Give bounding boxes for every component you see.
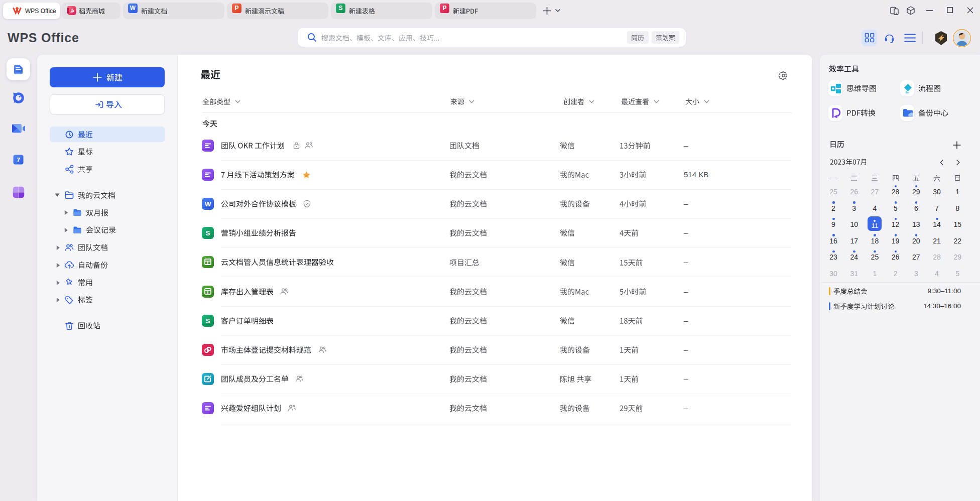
svg-text:7: 7: [17, 156, 20, 164]
svg-text:S: S: [205, 229, 210, 237]
svg-text:S: S: [205, 317, 210, 325]
svg-text:W: W: [205, 200, 211, 208]
